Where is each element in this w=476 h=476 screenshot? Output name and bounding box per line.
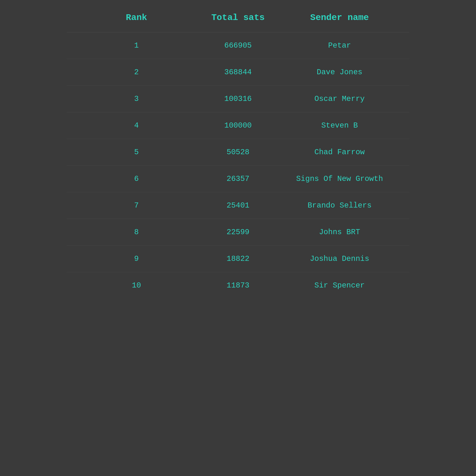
rank-cell: 7 bbox=[86, 201, 187, 210]
table-row: 550528Chad Farrow bbox=[67, 139, 409, 166]
table-row: 1666905Petar bbox=[67, 32, 409, 59]
table-row: 4100000Steven B bbox=[67, 112, 409, 139]
sender-name-cell: Steven B bbox=[289, 121, 390, 130]
rank-cell: 9 bbox=[86, 255, 187, 263]
total-sats-header: Total sats bbox=[187, 13, 289, 23]
total-sats-cell: 368844 bbox=[187, 68, 289, 76]
total-sats-cell: 666905 bbox=[187, 41, 289, 50]
table-body: 1666905Petar2368844Dave Jones3100316Osca… bbox=[67, 32, 409, 299]
sender-name-cell: Signs Of New Growth bbox=[289, 175, 390, 183]
table-row: 725401Brando Sellers bbox=[67, 192, 409, 219]
rank-cell: 10 bbox=[86, 281, 187, 290]
table-row: 3100316Oscar Merry bbox=[67, 86, 409, 112]
table-row: 2368844Dave Jones bbox=[67, 59, 409, 86]
rank-header: Rank bbox=[86, 13, 187, 23]
sender-name-cell: Johns BRT bbox=[289, 228, 390, 236]
total-sats-cell: 25401 bbox=[187, 201, 289, 210]
table-row: 918822Joshua Dennis bbox=[67, 246, 409, 272]
sender-name-cell: Joshua Dennis bbox=[289, 255, 390, 263]
rank-cell: 8 bbox=[86, 228, 187, 236]
table-row: 1011873Sir Spencer bbox=[67, 272, 409, 299]
total-sats-cell: 18822 bbox=[187, 255, 289, 263]
total-sats-cell: 100316 bbox=[187, 95, 289, 103]
leaderboard-table: Rank Total sats Sender name 1666905Petar… bbox=[67, 0, 409, 299]
total-sats-cell: 100000 bbox=[187, 121, 289, 130]
table-row: 626357Signs Of New Growth bbox=[67, 166, 409, 192]
rank-cell: 1 bbox=[86, 41, 187, 50]
sender-name-header: Sender name bbox=[289, 13, 390, 23]
total-sats-cell: 50528 bbox=[187, 148, 289, 156]
rank-cell: 4 bbox=[86, 121, 187, 130]
rank-cell: 6 bbox=[86, 175, 187, 183]
rank-cell: 3 bbox=[86, 95, 187, 103]
total-sats-cell: 22599 bbox=[187, 228, 289, 236]
sender-name-cell: Oscar Merry bbox=[289, 95, 390, 103]
sender-name-cell: Dave Jones bbox=[289, 68, 390, 76]
rank-cell: 2 bbox=[86, 68, 187, 76]
sender-name-cell: Brando Sellers bbox=[289, 201, 390, 210]
table-header: Rank Total sats Sender name bbox=[67, 0, 409, 32]
rank-cell: 5 bbox=[86, 148, 187, 156]
table-row: 822599Johns BRT bbox=[67, 219, 409, 246]
total-sats-cell: 11873 bbox=[187, 281, 289, 290]
sender-name-cell: Petar bbox=[289, 41, 390, 50]
total-sats-cell: 26357 bbox=[187, 175, 289, 183]
sender-name-cell: Chad Farrow bbox=[289, 148, 390, 156]
sender-name-cell: Sir Spencer bbox=[289, 281, 390, 290]
